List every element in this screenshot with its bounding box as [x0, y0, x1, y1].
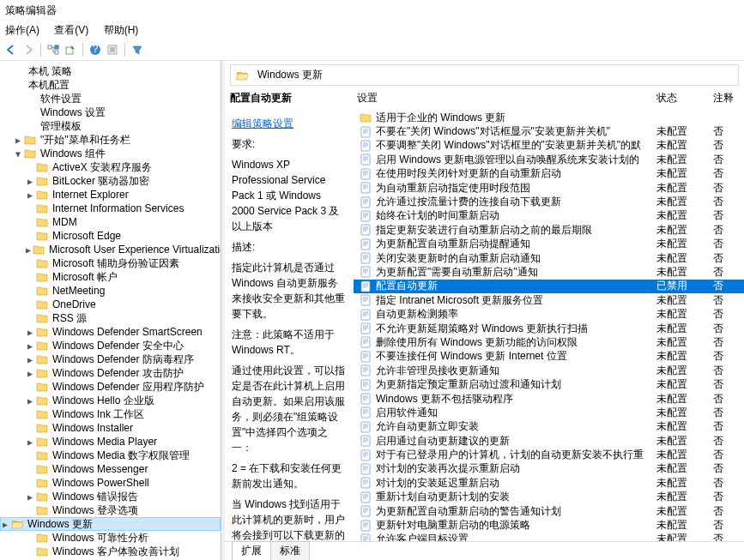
tree-item[interactable]: Windows Defender 应用程序防护	[0, 380, 221, 394]
tree-item[interactable]: MDM	[0, 215, 221, 229]
expand-icon[interactable]: ▶	[26, 245, 31, 255]
tree-item[interactable]: ▶Windows 错误报告	[0, 490, 221, 503]
forward-button[interactable]	[21, 42, 36, 57]
setting-row[interactable]: 允许非管理员接收更新通知未配置否	[354, 364, 744, 377]
setting-row[interactable]: 允许客户端目标设置未配置否	[354, 533, 744, 541]
tree-item[interactable]: ▶Windows Defender SmartScreen	[0, 325, 221, 339]
col-state[interactable]: 状态	[656, 91, 713, 105]
setting-row[interactable]: 自动更新检测频率未配置否	[354, 307, 744, 321]
tab-standard[interactable]: 标准	[270, 541, 310, 560]
tree-item[interactable]: 本机 策略	[0, 64, 221, 78]
tree-item[interactable]: 管理模板	[0, 119, 221, 133]
setting-row[interactable]: 指定 Intranet Microsoft 更新服务位置未配置否	[354, 293, 744, 307]
properties-button[interactable]	[105, 42, 120, 57]
setting-row[interactable]: 不要连接任何 Windows 更新 Internet 位置未配置否	[354, 350, 744, 364]
tree-item[interactable]: Windows PowerShell	[0, 476, 221, 490]
tree-item[interactable]: ▶Internet Explorer	[0, 188, 221, 202]
tree-item[interactable]: ▶Microsoft User Experience Virtualizatio…	[0, 243, 221, 256]
setting-row[interactable]: 为更新配置自动重新启动提醒通知未配置否	[354, 238, 744, 251]
setting-row[interactable]: 为更新配置"需要自动重新启动"通知未配置否	[354, 265, 744, 279]
tree-item[interactable]: Windows Messenger	[0, 462, 221, 476]
tree-item[interactable]: Windows 可靠性分析	[0, 531, 221, 545]
expand-icon[interactable]: ▶	[26, 355, 34, 364]
tree-item[interactable]: 本机配置	[0, 78, 221, 92]
tree-item[interactable]: Internet Information Services	[0, 202, 221, 215]
expand-icon[interactable]: ▶	[1, 520, 9, 529]
tree-label: OneDrive	[52, 298, 96, 310]
setting-row[interactable]: 为更新配置自动重新启动的警告通知计划未配置否	[354, 504, 744, 518]
tree-item[interactable]: Windows 登录选项	[0, 503, 221, 517]
tree-item[interactable]: ▼Windows 组件	[0, 147, 221, 160]
tree-item[interactable]: ▶Windows Hello 企业版	[0, 394, 221, 407]
expand-icon[interactable]: ▶	[26, 396, 34, 406]
setting-row[interactable]: 适用于企业的 Windows 更新	[354, 111, 744, 124]
expand-icon[interactable]: ▶	[26, 177, 34, 186]
export-button[interactable]	[63, 42, 78, 57]
tree-item[interactable]: ▶"开始"菜单和任务栏	[0, 133, 221, 147]
expand-icon[interactable]: ▶	[26, 492, 34, 502]
setting-row[interactable]: 不要调整"关闭 Windows"对话框里的"安装更新并关机"的默未配置否	[354, 139, 744, 153]
tree-item[interactable]: RSS 源	[0, 311, 221, 325]
col-comment[interactable]: 注释	[713, 91, 739, 105]
settings-list[interactable]: 适用于企业的 Windows 更新不要在"关闭 Windows"对话框显示"安装…	[354, 111, 744, 541]
tree-item[interactable]: ▶Windows Defender 防病毒程序	[0, 352, 221, 366]
tree-item[interactable]: Windows Installer	[0, 421, 221, 435]
setting-row[interactable]: 删除使用所有 Windows 更新功能的访问权限未配置否	[354, 335, 744, 349]
col-setting[interactable]: 设置	[357, 91, 656, 105]
setting-row[interactable]: 始终在计划的时间重新启动未配置否	[354, 209, 744, 223]
setting-row[interactable]: 重新计划自动更新计划的安装未配置否	[354, 491, 744, 504]
setting-row[interactable]: 不允许更新延期策略对 Windows 更新执行扫描未配置否	[354, 322, 744, 335]
tree-item[interactable]: Windows Ink 工作区	[0, 407, 221, 421]
menu-help[interactable]: 帮助(H)	[104, 24, 139, 36]
setting-row[interactable]: 关闭安装更新时的自动重新启动通知未配置否	[354, 251, 744, 265]
expand-icon[interactable]: ▶	[26, 369, 34, 378]
setting-comment: 否	[713, 138, 739, 153]
tree-item[interactable]: Microsoft 帐户	[0, 270, 221, 284]
menu-view[interactable]: 查看(V)	[54, 24, 88, 36]
setting-row[interactable]: 启用通过自动更新建议的更新未配置否	[354, 434, 744, 448]
tab-extended[interactable]: 扩展	[232, 541, 271, 560]
tree-item[interactable]: OneDrive	[0, 298, 221, 311]
setting-row[interactable]: 配置自动更新已禁用否	[354, 280, 744, 293]
setting-row[interactable]: 对于有已登录用户的计算机，计划的自动更新安装不执行重未配置否	[354, 448, 744, 461]
setting-row[interactable]: 对计划的安装延迟重新启动未配置否	[354, 476, 744, 490]
tree-item[interactable]: ▶Windows Defender 攻击防护	[0, 366, 221, 380]
expand-icon[interactable]: ▶	[26, 341, 34, 351]
setting-row[interactable]: 在使用时段关闭针对更新的自动重新启动未配置否	[354, 167, 744, 181]
expand-icon[interactable]: ▼	[14, 149, 22, 159]
tree-item[interactable]: Windows 客户体验改善计划	[0, 545, 221, 558]
setting-row[interactable]: 启用软件通知未配置否	[354, 406, 744, 419]
edit-policy-link[interactable]: 编辑策略设置	[232, 117, 293, 129]
help-button[interactable]	[88, 42, 103, 57]
tree-item[interactable]: 软件设置	[0, 92, 221, 105]
setting-row[interactable]: 不要在"关闭 Windows"对话框显示"安装更新并关机"未配置否	[354, 124, 744, 138]
setting-row[interactable]: 对计划的安装再次提示重新启动未配置否	[354, 462, 744, 476]
tree-item[interactable]: ▶Windows Media Player	[0, 435, 221, 449]
setting-row[interactable]: 允许通过按流量计费的连接自动下载更新未配置否	[354, 195, 744, 208]
expand-icon[interactable]: ▶	[26, 190, 34, 200]
back-button[interactable]	[3, 42, 19, 57]
setting-row[interactable]: 指定更新安装进行自动重新启动之前的最后期限未配置否	[354, 223, 744, 237]
tree-item[interactable]: Microsoft 辅助身份验证因素	[0, 256, 221, 270]
tree-item[interactable]: ActiveX 安装程序服务	[0, 160, 221, 174]
tree-button[interactable]	[45, 42, 61, 57]
expand-icon[interactable]: ▶	[26, 328, 34, 337]
setting-row[interactable]: 更新针对电脑重新启动的电源策略未配置否	[354, 518, 744, 532]
tree-item[interactable]: Windows Media 数字权限管理	[0, 449, 221, 462]
menu-action[interactable]: 操作(A)	[5, 24, 39, 36]
expand-icon[interactable]: ▶	[14, 135, 22, 145]
setting-row[interactable]: 为自动重新启动指定使用时段范围未配置否	[354, 181, 744, 195]
expand-icon[interactable]: ▶	[26, 437, 34, 447]
tree-item[interactable]: ▶Windows 更新	[0, 517, 221, 531]
setting-row[interactable]: 为更新指定预定重新启动过渡和通知计划未配置否	[354, 377, 744, 391]
tree-item[interactable]: Windows 设置	[0, 105, 221, 119]
setting-row[interactable]: 允许自动更新立即安装未配置否	[354, 420, 744, 434]
filter-button[interactable]	[130, 42, 145, 57]
tree-item[interactable]: ▶Windows Defender 安全中心	[0, 339, 221, 352]
tree-pane[interactable]: 本机 策略本机配置软件设置Windows 设置管理模板▶"开始"菜单和任务栏▼W…	[0, 61, 221, 560]
tree-item[interactable]: ▶BitLocker 驱动器加密	[0, 174, 221, 188]
tree-item[interactable]: Microsoft Edge	[0, 229, 221, 243]
tree-item[interactable]: NetMeeting	[0, 284, 221, 298]
setting-row[interactable]: Windows 更新不包括驱动程序未配置否	[354, 392, 744, 406]
setting-row[interactable]: 启用 Windows 更新电源管理以自动唤醒系统来安装计划的未配置否	[354, 153, 744, 166]
